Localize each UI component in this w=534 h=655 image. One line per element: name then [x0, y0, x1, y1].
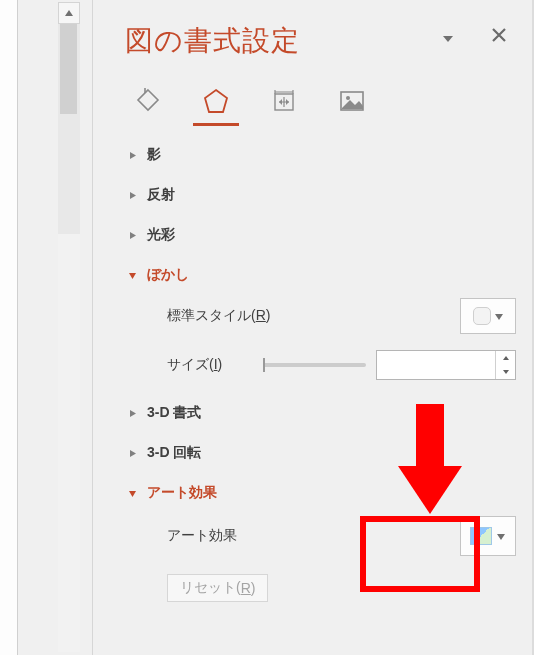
blur-label: ぼかし: [147, 266, 189, 284]
scroll-up-button[interactable]: [58, 2, 80, 24]
svg-marker-2: [205, 90, 227, 112]
svg-marker-17: [129, 491, 136, 497]
svg-marker-1: [443, 36, 453, 42]
blur-preset-dropdown[interactable]: [460, 298, 516, 334]
blur-size-label: サイズ(I): [167, 356, 253, 374]
artistic-thumb-icon: [470, 527, 492, 545]
shadow-section-header[interactable]: 影: [127, 140, 516, 170]
reflection-label: 反射: [147, 186, 175, 204]
svg-marker-11: [129, 273, 136, 279]
artistic-label: アート効果: [147, 484, 217, 502]
size-properties-tab[interactable]: [265, 82, 303, 120]
reset-button[interactable]: リセット(R): [167, 574, 268, 602]
svg-marker-8: [130, 152, 136, 159]
blur-size-row: サイズ(I): [127, 342, 516, 388]
svg-point-7: [346, 96, 350, 100]
effects-tab[interactable]: [197, 82, 235, 120]
preset-swatch-icon: [473, 307, 491, 325]
svg-marker-15: [130, 410, 136, 417]
svg-marker-18: [497, 534, 505, 540]
svg-marker-9: [130, 192, 136, 199]
blur-preset-label: 標準スタイル(R): [167, 307, 307, 325]
expand-icon: [127, 230, 137, 240]
picture-tab[interactable]: [333, 82, 371, 120]
scroll-thumb[interactable]: [60, 24, 77, 114]
rotate-3d-label: 3-D 回転: [147, 444, 201, 462]
svg-marker-16: [130, 450, 136, 457]
collapse-icon: [127, 488, 137, 498]
document-edge: [0, 0, 18, 655]
reflection-section-header[interactable]: 反射: [127, 180, 516, 210]
svg-marker-5: [279, 99, 282, 105]
vertical-scrollbar[interactable]: [58, 2, 80, 652]
blur-size-slider[interactable]: [263, 363, 366, 367]
glow-section-header[interactable]: 光彩: [127, 220, 516, 250]
spinner-up[interactable]: [496, 351, 515, 365]
shadow-label: 影: [147, 146, 161, 164]
collapse-icon: [127, 270, 137, 280]
format-3d-label: 3-D 書式: [147, 404, 201, 422]
expand-icon: [127, 448, 137, 458]
format-picture-pane: 図の書式設定: [92, 0, 534, 655]
rotate-3d-section-header[interactable]: 3-D 回転: [127, 438, 516, 468]
expand-icon: [127, 150, 137, 160]
chevron-down-icon: [496, 528, 506, 544]
spinner-down[interactable]: [496, 365, 515, 379]
format-3d-section-header[interactable]: 3-D 書式: [127, 398, 516, 428]
blur-section-header[interactable]: ぼかし: [127, 260, 516, 290]
pane-options-dropdown[interactable]: [442, 30, 456, 44]
glow-label: 光彩: [147, 226, 175, 244]
svg-marker-14: [503, 370, 509, 374]
svg-marker-10: [130, 232, 136, 239]
fill-line-tab[interactable]: [129, 82, 167, 120]
svg-marker-13: [503, 356, 509, 360]
artistic-effect-dropdown[interactable]: [460, 516, 516, 556]
svg-marker-0: [65, 10, 73, 16]
svg-marker-4: [286, 99, 289, 105]
artistic-effect-row: アート効果: [127, 508, 516, 564]
chevron-down-icon: [494, 308, 504, 324]
pane-title: 図の書式設定: [125, 22, 516, 60]
expand-icon: [127, 408, 137, 418]
close-pane-button[interactable]: [486, 22, 512, 48]
svg-marker-12: [495, 314, 503, 320]
artistic-section-header[interactable]: アート効果: [127, 478, 516, 508]
blur-preset-row: 標準スタイル(R): [127, 290, 516, 342]
category-tabs: [129, 82, 516, 120]
blur-size-spinner[interactable]: [376, 350, 516, 380]
artistic-effect-label: アート効果: [167, 527, 307, 545]
expand-icon: [127, 190, 137, 200]
